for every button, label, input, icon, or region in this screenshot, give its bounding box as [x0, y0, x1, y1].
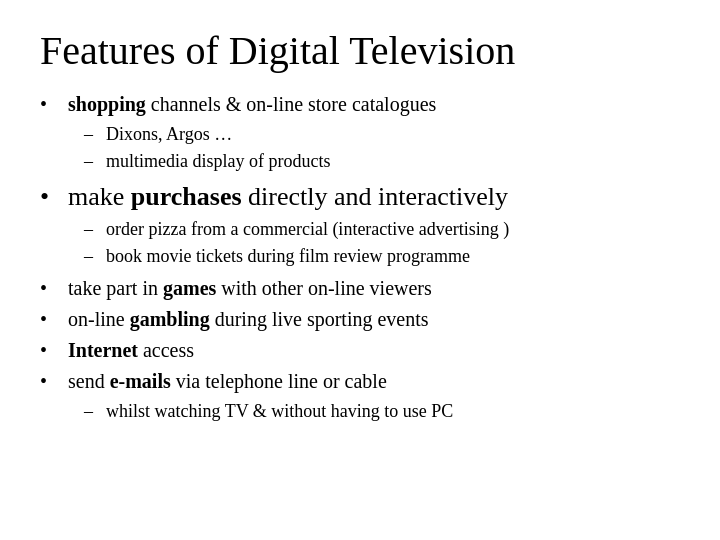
sub-item-1-2: – multimedia display of products — [84, 148, 680, 175]
bullet-text-3-rest: with other on-line viewers — [216, 277, 432, 299]
dash-2-1: – — [84, 216, 106, 243]
bullet-dot-2: • — [40, 179, 68, 214]
sub-text-2-1: order pizza from a commercial (interacti… — [106, 216, 680, 243]
bullet-text-4-rest: during live sporting events — [210, 308, 429, 330]
dash-6-1: – — [84, 398, 106, 425]
bold-games: games — [163, 277, 216, 299]
sub-item-1-1: – Dixons, Argos … — [84, 121, 680, 148]
bullet-text-5: Internet access — [68, 336, 680, 365]
sub-text-6-1: whilst watching TV & without having to u… — [106, 398, 680, 425]
sub-text-1-2: multimedia display of products — [106, 148, 680, 175]
slide: Features of Digital Television • shoppin… — [0, 0, 720, 540]
bullet-dot-6: • — [40, 367, 68, 396]
bullet-text-4-prefix: on-line — [68, 308, 130, 330]
bullet-text-1-rest: channels & on-line store catalogues — [146, 93, 436, 115]
bullet-dot-1: • — [40, 90, 68, 119]
bullet-item-purchases: • make purchases directly and interactiv… — [40, 179, 680, 214]
sub-items-emails: – whilst watching TV & without having to… — [84, 398, 680, 425]
bullet-text-3-prefix: take part in — [68, 277, 163, 299]
bullet-text-4: on-line gambling during live sporting ev… — [68, 305, 680, 334]
sub-item-6-1: – whilst watching TV & without having to… — [84, 398, 680, 425]
dash-1-2: – — [84, 148, 106, 175]
sub-text-2-2: book movie tickets during film review pr… — [106, 243, 680, 270]
sub-item-2-2: – book movie tickets during film review … — [84, 243, 680, 270]
bullet-item-games: • take part in games with other on-line … — [40, 274, 680, 303]
dash-2-2: – — [84, 243, 106, 270]
bold-gambling: gambling — [130, 308, 210, 330]
sub-text-1-1: Dixons, Argos … — [106, 121, 680, 148]
sub-items-purchases: – order pizza from a commercial (interac… — [84, 216, 680, 270]
sub-items-shopping: – Dixons, Argos … – multimedia display o… — [84, 121, 680, 175]
bullet-dot-3: • — [40, 274, 68, 303]
bullet-text-1: shopping channels & on-line store catalo… — [68, 90, 680, 119]
bullet-item-gambling: • on-line gambling during live sporting … — [40, 305, 680, 334]
bullet-text-2: make purchases directly and interactivel… — [68, 179, 680, 214]
bullet-item-emails: • send e-mails via telephone line or cab… — [40, 367, 680, 396]
bullet-item-internet: • Internet access — [40, 336, 680, 365]
bullet-text-6-rest: via telephone line or cable — [171, 370, 387, 392]
bullet-item-shopping: • shopping channels & on-line store cata… — [40, 90, 680, 119]
bullet-text-6: send e-mails via telephone line or cable — [68, 367, 680, 396]
content-area: • shopping channels & on-line store cata… — [40, 90, 680, 512]
dash-1-1: – — [84, 121, 106, 148]
slide-title: Features of Digital Television — [40, 28, 680, 74]
bold-emails: e-mails — [110, 370, 171, 392]
bold-purchases: purchases — [131, 182, 242, 211]
bullet-dot-4: • — [40, 305, 68, 334]
bullet-text-3: take part in games with other on-line vi… — [68, 274, 680, 303]
bold-shopping: shopping — [68, 93, 146, 115]
bullet-dot-5: • — [40, 336, 68, 365]
bullet-text-5-rest: access — [138, 339, 194, 361]
bullet-text-2-rest: directly and interactively — [242, 182, 508, 211]
bullet-text-2-prefix: make — [68, 182, 131, 211]
bullet-text-6-prefix: send — [68, 370, 110, 392]
bold-internet: Internet — [68, 339, 138, 361]
sub-item-2-1: – order pizza from a commercial (interac… — [84, 216, 680, 243]
